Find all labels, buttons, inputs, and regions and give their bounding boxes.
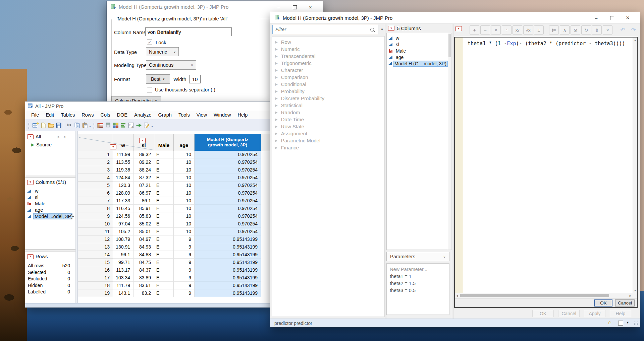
- menu-file[interactable]: File: [28, 111, 42, 119]
- cell[interactable]: 83.61: [133, 282, 154, 289]
- sidebar-column-w[interactable]: w: [26, 188, 75, 194]
- cell[interactable]: 85.02: [133, 220, 154, 228]
- red-triangle-menu[interactable]: ▼: [388, 26, 394, 31]
- cell[interactable]: 0.970254: [195, 158, 261, 166]
- editor-ok-button[interactable]: OK: [594, 299, 612, 306]
- cell[interactable]: E: [154, 274, 174, 282]
- cell[interactable]: E: [154, 182, 174, 189]
- sidebar-column-male[interactable]: Male: [26, 200, 75, 207]
- cell[interactable]: [261, 289, 271, 297]
- cell[interactable]: 87.32: [133, 174, 154, 182]
- cell[interactable]: 143.1: [113, 289, 133, 297]
- toolbar-save-button[interactable]: [55, 122, 62, 129]
- keypad-raise-power-button[interactable]: xy: [513, 25, 522, 35]
- toolbar-split-grid-button[interactable]: [112, 122, 120, 129]
- parameter-item[interactable]: theta2 = 1.5: [390, 280, 416, 287]
- cell[interactable]: 84.97: [133, 235, 154, 243]
- cell[interactable]: E: [154, 259, 174, 266]
- close-button[interactable]: ×: [620, 12, 636, 23]
- formula-column-age[interactable]: age: [388, 54, 447, 60]
- formula-horizontal-scrollbar[interactable]: ◄ ►: [455, 293, 637, 298]
- parameter-item[interactable]: theta3 = 0.5: [390, 287, 416, 294]
- sidebar-column-age[interactable]: age: [26, 207, 75, 213]
- function-group-transcendental[interactable]: ▶Transcendental: [275, 53, 316, 60]
- scroll-left-icon[interactable]: ◄: [455, 293, 459, 298]
- toolbar-grip[interactable]: [29, 122, 30, 129]
- width-input[interactable]: [189, 75, 201, 83]
- formula-column-sl[interactable]: sl: [388, 41, 447, 48]
- cell[interactable]: E: [154, 228, 174, 235]
- row-number-cell[interactable]: 8: [78, 205, 113, 212]
- function-group-discrete-probability[interactable]: ▶Discrete Probability: [275, 95, 324, 102]
- cell[interactable]: [261, 205, 271, 212]
- cell[interactable]: E: [154, 189, 174, 197]
- row-number-cell[interactable]: 12: [78, 235, 113, 243]
- row-number-cell[interactable]: 1: [78, 151, 113, 158]
- row-number-cell[interactable]: 10: [78, 220, 113, 228]
- cell[interactable]: 0.95143199: [195, 251, 261, 259]
- function-group-statistical[interactable]: ▶Statistical: [275, 102, 303, 109]
- maximize-button[interactable]: [287, 2, 303, 12]
- cell[interactable]: 89.32: [133, 151, 154, 158]
- scroll-right-icon[interactable]: ►: [629, 293, 632, 298]
- cell[interactable]: 85.83: [133, 212, 154, 220]
- function-group-row-state[interactable]: ▶Row State: [275, 123, 304, 130]
- row-number-cell[interactable]: 3: [78, 166, 113, 174]
- cell[interactable]: 99.1: [113, 251, 133, 259]
- menu-view[interactable]: View: [193, 111, 210, 119]
- sidebar-splitter[interactable]: [75, 131, 78, 303]
- menu-tables[interactable]: Tables: [57, 111, 78, 119]
- cell[interactable]: 10: [174, 151, 195, 158]
- toolbar-new-data-table-button[interactable]: [32, 122, 39, 129]
- cell[interactable]: 9: [174, 243, 195, 251]
- row-number-cell[interactable]: 6: [78, 189, 113, 197]
- cell[interactable]: 10: [174, 158, 195, 166]
- formula-expression[interactable]: theta1 * (1 -Exp(- (theta2 * (predictor …: [468, 41, 625, 47]
- cell[interactable]: 0.95143199: [195, 282, 261, 289]
- cell[interactable]: 0.95143199: [195, 243, 261, 251]
- data-type-dropdown[interactable]: Numeric∨: [146, 47, 179, 56]
- keypad-redo-button[interactable]: ↷: [629, 25, 638, 35]
- cell[interactable]: 10: [174, 197, 195, 205]
- scroll-down-icon[interactable]: ▼: [633, 288, 637, 293]
- toolbar-chart-bars-button[interactable]: [120, 122, 127, 129]
- keypad-undo-button[interactable]: ↶: [618, 25, 628, 35]
- formula-column-male[interactable]: Male: [388, 48, 447, 54]
- thousands-separator-checkbox[interactable]: [147, 87, 152, 92]
- red-triangle-menu[interactable]: ▼: [27, 254, 34, 259]
- row-number-cell[interactable]: 16: [78, 266, 113, 274]
- keypad-subtract-button[interactable]: −: [480, 25, 490, 35]
- cell[interactable]: 87.21: [133, 182, 154, 189]
- ok-button[interactable]: OK: [532, 310, 554, 317]
- cell[interactable]: E: [154, 212, 174, 220]
- cell[interactable]: [261, 228, 271, 235]
- filter-dropdown-button[interactable]: ▼: [379, 25, 385, 34]
- keypad-popup-button[interactable]: ⇧: [592, 25, 602, 35]
- red-triangle-menu[interactable]: ▼: [27, 180, 34, 185]
- toolbar-open-button[interactable]: [47, 122, 55, 129]
- parameter-item[interactable]: theta1 = 1: [390, 273, 412, 280]
- cell[interactable]: [261, 259, 271, 266]
- cell[interactable]: [261, 212, 271, 220]
- cell[interactable]: 9: [174, 274, 195, 282]
- cell[interactable]: E: [154, 166, 174, 174]
- toolbar-copy-button[interactable]: [73, 122, 81, 129]
- function-group-random[interactable]: ▶Random: [275, 109, 300, 116]
- cell[interactable]: 0.970254: [195, 189, 261, 197]
- cell[interactable]: 0.970254: [195, 166, 261, 174]
- editor-cancel-button[interactable]: Cancel: [615, 299, 635, 306]
- keypad-unary-sign-button[interactable]: ±: [534, 25, 544, 35]
- menu-rows[interactable]: Rows: [78, 111, 97, 119]
- cell[interactable]: 0.970254: [195, 197, 261, 205]
- toolbar-overflow-icon[interactable]: ▼: [151, 125, 153, 128]
- cell[interactable]: 124.56: [113, 212, 133, 220]
- panel-collapse-icon[interactable]: ◁: [63, 135, 66, 139]
- cell[interactable]: E: [154, 151, 174, 158]
- cell[interactable]: 103.34: [113, 274, 133, 282]
- cell[interactable]: 10: [174, 174, 195, 182]
- columns-scrollbar[interactable]: [448, 33, 452, 250]
- row-number-cell[interactable]: 13: [78, 243, 113, 251]
- keypad-delete-button[interactable]: ×: [603, 25, 612, 35]
- row-number-cell[interactable]: 19: [78, 289, 113, 297]
- cell[interactable]: 84.37: [133, 266, 154, 274]
